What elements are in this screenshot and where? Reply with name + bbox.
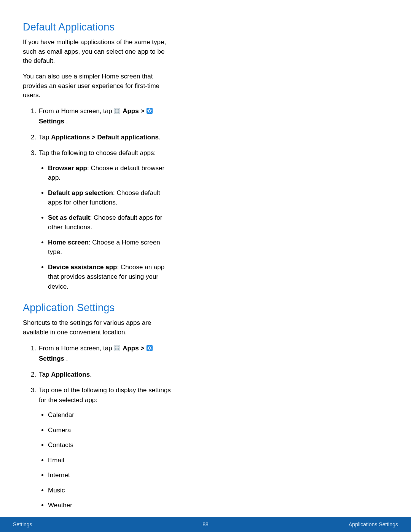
svg-line-37 bbox=[151, 349, 151, 350]
breadcrumb-separator: > bbox=[139, 107, 146, 115]
footer-right: Applications Settings bbox=[349, 521, 398, 527]
svg-point-7 bbox=[115, 112, 116, 113]
list-item: Weather bbox=[48, 500, 175, 510]
svg-point-24 bbox=[115, 348, 116, 348]
breadcrumb-separator: > bbox=[139, 345, 146, 352]
bullet-bold: Browser app bbox=[48, 165, 87, 172]
svg-line-39 bbox=[148, 349, 148, 350]
step-text: Tap one of the following to display the … bbox=[39, 387, 171, 404]
svg-point-21 bbox=[115, 346, 116, 347]
list-item: Set as default: Choose default apps for … bbox=[48, 213, 175, 232]
apps-grid-icon bbox=[114, 107, 120, 117]
bullet-bold: Set as default bbox=[48, 214, 90, 221]
apps-grid-icon bbox=[114, 344, 120, 354]
step-text: . bbox=[90, 371, 92, 378]
footer-left: Settings bbox=[13, 521, 32, 527]
svg-point-23 bbox=[118, 346, 119, 347]
list-item: Camera bbox=[48, 425, 175, 435]
svg-point-25 bbox=[117, 348, 118, 348]
apps-label: Apps bbox=[123, 107, 139, 115]
svg-line-18 bbox=[151, 109, 151, 109]
bullet-bold: Default app selection bbox=[48, 189, 113, 197]
heading-application-settings: Application Settings bbox=[23, 302, 175, 314]
step-text: Tap bbox=[39, 134, 51, 141]
svg-line-38 bbox=[151, 346, 151, 347]
step-text: From a Home screen, tap bbox=[39, 345, 114, 352]
step-text: . bbox=[64, 118, 68, 125]
svg-line-17 bbox=[151, 112, 151, 112]
svg-line-19 bbox=[148, 112, 148, 112]
svg-point-2 bbox=[117, 109, 118, 110]
svg-point-6 bbox=[118, 110, 119, 111]
section-application-settings: Application Settings Shortcuts to the se… bbox=[23, 302, 175, 510]
document-page: Default Applications If you have multipl… bbox=[0, 0, 198, 510]
step-bold: Applications bbox=[51, 371, 90, 378]
page-footer: Settings 88 Applications Settings bbox=[0, 517, 411, 532]
heading-default-applications: Default Applications bbox=[23, 21, 175, 33]
list-item: Internet bbox=[48, 470, 175, 480]
step-text: . bbox=[159, 134, 161, 141]
bullet-list: Calendar Camera Contacts Email Internet … bbox=[39, 410, 175, 510]
step-text: Tap bbox=[39, 371, 51, 378]
list-item: Browser app: Choose a default browser ap… bbox=[48, 163, 175, 183]
page-number: 88 bbox=[202, 521, 209, 527]
settings-label: Settings bbox=[39, 355, 64, 362]
svg-point-9 bbox=[118, 112, 119, 113]
gear-icon bbox=[147, 344, 153, 354]
step-item: Tap the following to choose default apps… bbox=[38, 148, 175, 291]
bullet-bold: Home screen bbox=[48, 239, 89, 246]
paragraph: Shortcuts to the settings for various ap… bbox=[23, 318, 175, 337]
ordered-steps: From a Home screen, tap Apps > Settings … bbox=[23, 343, 175, 510]
list-item: Email bbox=[48, 455, 175, 465]
step-item: Tap Applications. bbox=[38, 370, 175, 380]
gear-icon bbox=[147, 107, 153, 117]
step-item: Tap Applications > Default applications. bbox=[38, 133, 175, 142]
bullet-bold: Device assistance app bbox=[48, 264, 117, 271]
svg-point-3 bbox=[118, 109, 119, 110]
svg-point-27 bbox=[115, 349, 116, 350]
step-bold: Applications > Default applications bbox=[51, 134, 159, 141]
svg-point-1 bbox=[115, 109, 116, 110]
list-item: Calendar bbox=[48, 410, 175, 420]
step-text: . bbox=[64, 355, 68, 362]
ordered-steps: From a Home screen, tap Apps > Settings … bbox=[23, 106, 175, 292]
svg-point-8 bbox=[117, 112, 118, 113]
settings-label: Settings bbox=[39, 118, 64, 125]
svg-point-4 bbox=[115, 110, 116, 111]
bullet-list: Browser app: Choose a default browser ap… bbox=[39, 163, 175, 292]
apps-label: Apps bbox=[123, 345, 139, 352]
paragraph: You can also use a simpler Home screen t… bbox=[23, 72, 175, 100]
paragraph: If you have multiple applications of the… bbox=[23, 38, 175, 66]
list-item: Default app selection: Choose default ap… bbox=[48, 188, 175, 208]
svg-point-29 bbox=[118, 349, 119, 350]
svg-point-5 bbox=[117, 110, 118, 111]
svg-line-16 bbox=[148, 109, 148, 109]
svg-point-26 bbox=[118, 348, 119, 348]
svg-point-22 bbox=[117, 346, 118, 347]
step-item: From a Home screen, tap Apps > Settings … bbox=[38, 106, 175, 126]
step-item: Tap one of the following to display the … bbox=[38, 385, 175, 510]
list-item: Contacts bbox=[48, 440, 175, 450]
step-text: Tap the following to choose default apps… bbox=[39, 149, 156, 157]
svg-point-28 bbox=[117, 349, 118, 350]
list-item: Home screen: Choose a Home screen type. bbox=[48, 238, 175, 257]
list-item: Music bbox=[48, 486, 175, 495]
list-item: Device assistance app: Choose an app tha… bbox=[48, 262, 175, 292]
step-text: From a Home screen, tap bbox=[39, 107, 114, 115]
svg-line-36 bbox=[148, 346, 148, 347]
step-item: From a Home screen, tap Apps > Settings … bbox=[38, 343, 175, 364]
